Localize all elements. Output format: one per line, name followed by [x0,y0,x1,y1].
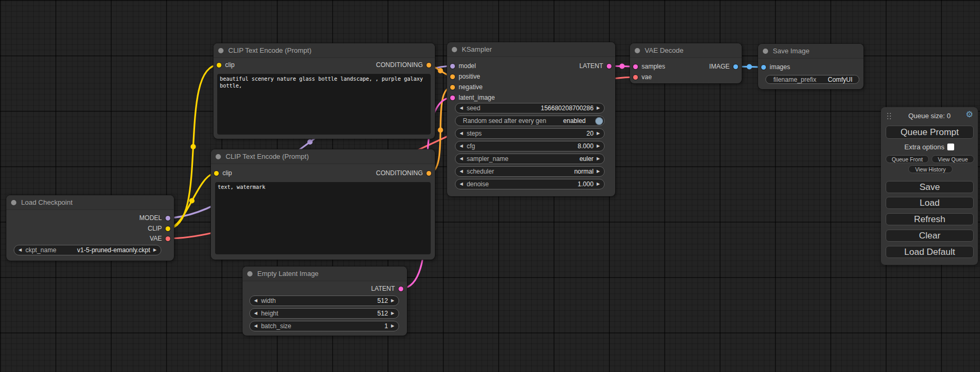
increment-arrow-icon[interactable]: ▶ [597,169,600,174]
port-dot-latent[interactable] [607,64,612,69]
port-dot-negative[interactable] [450,85,455,90]
decrement-arrow-icon[interactable]: ◀ [460,144,463,148]
widget-sampler-name[interactable]: ◀ sampler_name euler ▶ [455,154,605,164]
port-dot-samples[interactable] [633,64,638,69]
collapse-dot-icon[interactable] [247,271,253,276]
prompt-text-input[interactable]: beautiful scenery nature glass bottle la… [217,74,431,135]
output-port-clip[interactable]: CLIP [148,224,170,233]
node-title-bar[interactable]: Load Checkpoint [6,195,174,210]
port-dot-conditioning[interactable] [426,63,431,68]
widget-height[interactable]: ◀ height 512 ▶ [249,308,399,319]
increment-arrow-icon[interactable]: ▶ [391,311,394,316]
node-title-bar[interactable]: CLIP Text Encode (Prompt) [214,43,435,58]
decrement-arrow-icon[interactable]: ◀ [460,106,463,110]
output-port-conditioning[interactable]: CONDITIONING [376,61,431,69]
save-button[interactable]: Save [886,181,974,193]
node-title-bar[interactable]: VAE Decode [630,43,742,58]
toggle-knob[interactable] [595,117,603,125]
widget-denoise[interactable]: ◀ denoise 1.000 ▶ [455,179,605,189]
widget-ckpt-name[interactable]: ◀ ckpt_name v1-5-pruned-emaonly.ckpt ▶ [14,245,161,255]
node-title-bar[interactable]: CLIP Text Encode (Prompt) [211,149,435,164]
refresh-button[interactable]: Refresh [886,213,974,225]
widget-seed[interactable]: ◀ seed 156680208700286 ▶ [455,103,605,113]
widget-filename-prefix[interactable]: filename_prefix ComfyUI [765,75,859,84]
node-title-bar[interactable]: Empty Latent Image [242,266,407,281]
decrement-arrow-icon[interactable]: ◀ [460,169,463,174]
collapse-dot-icon[interactable] [763,49,768,54]
node-ksampler[interactable]: KSampler model positive negative latent_… [447,42,615,196]
input-port-latent-image[interactable]: latent_image [450,93,495,102]
clear-button[interactable]: Clear [886,230,974,242]
widget-width[interactable]: ◀ width 512 ▶ [249,295,399,306]
port-dot-conditioning[interactable] [426,171,431,176]
widget-steps[interactable]: ◀ steps 20 ▶ [455,128,605,139]
port-dot-vae[interactable] [166,236,170,241]
port-dot-model[interactable] [450,64,455,69]
increment-arrow-icon[interactable]: ▶ [597,106,600,110]
decrement-arrow-icon[interactable]: ◀ [460,131,463,136]
input-port-vae[interactable]: vae [633,73,652,81]
decrement-arrow-icon[interactable]: ◀ [460,182,463,186]
port-dot-clip[interactable] [166,226,170,231]
collapse-dot-icon[interactable] [11,200,16,205]
input-port-samples[interactable]: samples [633,62,665,71]
gear-icon[interactable]: ⚙ [966,110,973,119]
node-title-bar[interactable]: Save Image [758,44,863,59]
output-port-latent[interactable]: LATENT [371,284,403,293]
view-history-button[interactable]: View History [908,165,953,173]
prompt-text-input[interactable]: text, watermark [215,182,431,254]
output-port-conditioning[interactable]: CONDITIONING [376,169,431,177]
port-dot-latent[interactable] [399,287,403,291]
collapse-dot-icon[interactable] [216,154,221,159]
input-port-clip[interactable]: clip [214,169,232,177]
load-default-button[interactable]: Load Default [886,246,974,258]
decrement-arrow-icon[interactable]: ◀ [18,248,22,252]
collapse-dot-icon[interactable] [635,48,640,53]
port-dot-clip[interactable] [217,63,221,68]
widget-scheduler[interactable]: ◀ scheduler normal ▶ [455,166,605,177]
node-save-image[interactable]: Save Image images filename_prefix ComfyU… [758,44,863,89]
port-dot-clip[interactable] [214,171,219,176]
increment-arrow-icon[interactable]: ▶ [597,182,600,186]
port-dot-latent-image[interactable] [450,96,455,100]
decrement-arrow-icon[interactable]: ◀ [254,324,257,328]
port-dot-images[interactable] [761,65,766,70]
widget-cfg[interactable]: ◀ cfg 8.000 ▶ [455,141,605,151]
input-port-negative[interactable]: negative [450,83,482,91]
output-port-vae[interactable]: VAE [150,234,170,243]
extra-options-checkbox[interactable] [947,144,954,150]
port-dot-positive[interactable] [450,74,455,79]
node-clip-text-encode-negative[interactable]: CLIP Text Encode (Prompt) clip CONDITION… [211,149,435,260]
input-port-positive[interactable]: positive [450,72,480,81]
collapse-dot-icon[interactable] [452,47,457,52]
output-port-latent[interactable]: LATENT [579,62,612,70]
port-dot-vae[interactable] [633,75,638,80]
view-queue-button[interactable]: View Queue [932,155,974,163]
increment-arrow-icon[interactable]: ▶ [391,299,394,303]
widget-batch-size[interactable]: ◀ batch_size 1 ▶ [249,321,399,331]
increment-arrow-icon[interactable]: ▶ [391,324,394,328]
node-clip-text-encode-positive[interactable]: CLIP Text Encode (Prompt) clip CONDITION… [214,43,435,139]
node-title-bar[interactable]: KSampler [447,42,615,57]
output-port-image[interactable]: IMAGE [709,62,738,71]
increment-arrow-icon[interactable]: ▶ [153,248,157,252]
node-empty-latent-image[interactable]: Empty Latent Image LATENT ◀ width 512 ▶ … [242,266,407,336]
decrement-arrow-icon[interactable]: ◀ [254,299,257,303]
load-button[interactable]: Load [886,197,974,209]
queue-front-button[interactable]: Queue Front [886,155,929,163]
decrement-arrow-icon[interactable]: ◀ [460,157,463,161]
node-vae-decode[interactable]: VAE Decode samples vae IMAGE [630,43,742,83]
node-load-checkpoint[interactable]: Load Checkpoint MODEL CLIP VAE ◀ ckpt_na… [6,195,174,261]
input-port-model[interactable]: model [450,62,476,70]
port-dot-image[interactable] [733,64,738,69]
increment-arrow-icon[interactable]: ▶ [597,144,600,148]
port-dot-model[interactable] [166,216,170,221]
graph-canvas[interactable]: Load Checkpoint MODEL CLIP VAE ◀ ckpt_na… [0,0,980,372]
output-port-model[interactable]: MODEL [139,214,170,222]
collapse-dot-icon[interactable] [218,48,224,53]
queue-prompt-button[interactable]: Queue Prompt [886,126,974,139]
input-port-clip[interactable]: clip [217,61,235,69]
increment-arrow-icon[interactable]: ▶ [597,131,600,136]
increment-arrow-icon[interactable]: ▶ [597,157,600,161]
decrement-arrow-icon[interactable]: ◀ [254,311,257,316]
